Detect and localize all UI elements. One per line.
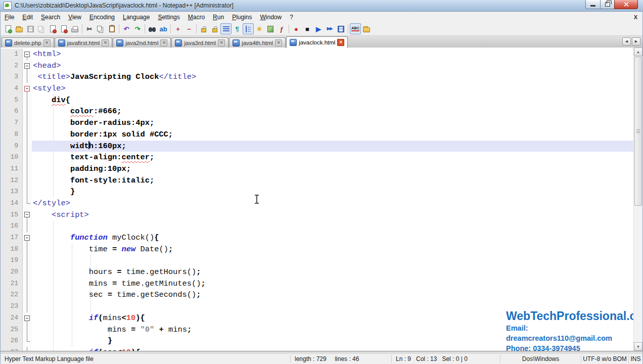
tab-close-icon[interactable]: ✕ bbox=[337, 39, 344, 46]
code-line[interactable]: 14</style> bbox=[1, 198, 642, 209]
code-line[interactable]: 15 <script> bbox=[1, 209, 642, 221]
menu-item-macro[interactable]: Macro bbox=[184, 13, 209, 22]
tab-javaclock-html[interactable]: javaclock.html✕ bbox=[286, 36, 348, 48]
menu-item-window[interactable]: Window bbox=[256, 13, 286, 22]
record-macro-icon[interactable]: ● bbox=[291, 23, 302, 34]
status-encoding[interactable]: UTF-8 w/o BOM bbox=[581, 355, 628, 363]
document-map-icon[interactable] bbox=[265, 23, 276, 34]
code-line[interactable]: 22 sec = time.getSeconds(); bbox=[1, 289, 642, 301]
code-line[interactable]: 16 bbox=[1, 220, 642, 232]
redo-icon[interactable]: ↷ bbox=[132, 23, 143, 34]
code-line[interactable]: 18 time = new Date(); bbox=[1, 244, 642, 255]
code-line[interactable]: 10 text-align:center; bbox=[1, 152, 642, 163]
zoom-out-icon[interactable]: − bbox=[183, 23, 195, 34]
code-line[interactable]: 4<style> bbox=[1, 83, 642, 95]
scroll-up-icon[interactable]: ▲ bbox=[634, 48, 642, 56]
document-switcher-icon[interactable] bbox=[361, 23, 372, 34]
tab-scroll-left-icon[interactable]: ◀ bbox=[622, 37, 631, 46]
spell-check-icon[interactable]: ABC bbox=[350, 23, 361, 34]
code-editor[interactable]: 1<html>2<head>3 <title>JavaScripting Clo… bbox=[1, 48, 642, 351]
code-line[interactable]: 19 bbox=[1, 255, 642, 266]
tab-java2nd-html[interactable]: java2nd.html✕ bbox=[113, 37, 171, 48]
tab-java3rd-html[interactable]: java3rd.html✕ bbox=[171, 37, 228, 48]
scrollbar-thumb[interactable] bbox=[634, 57, 642, 206]
code-line[interactable]: 12 font-style:italic; bbox=[1, 175, 642, 187]
code-line[interactable]: 1<html> bbox=[1, 49, 642, 60]
sync-horizontal-scrolling-icon[interactable] bbox=[209, 23, 220, 34]
menu-item-view[interactable]: View bbox=[64, 13, 85, 22]
stop-macro-icon[interactable]: ■ bbox=[302, 23, 313, 34]
menu-item-language[interactable]: Language bbox=[119, 13, 154, 22]
word-wrap-icon[interactable] bbox=[220, 23, 232, 34]
menu-item-run[interactable]: Run bbox=[209, 13, 228, 22]
paste-icon[interactable] bbox=[106, 23, 117, 34]
menu-item-search[interactable]: Search bbox=[37, 13, 64, 22]
run-macro-multiple-icon[interactable]: ▶▶ bbox=[324, 23, 335, 34]
fold-marker[interactable] bbox=[24, 315, 30, 321]
function-list-icon[interactable]: ƒ bbox=[276, 23, 287, 34]
save-macro-icon[interactable] bbox=[335, 23, 346, 34]
close-button[interactable] bbox=[614, 0, 638, 9]
zoom-in-icon[interactable]: + bbox=[172, 23, 183, 34]
tab-close-icon[interactable]: ✕ bbox=[43, 39, 51, 47]
fold-marker[interactable] bbox=[24, 212, 30, 217]
cut-icon[interactable]: ✂ bbox=[84, 23, 95, 34]
tab-java4th-html[interactable]: java4th.html✕ bbox=[229, 37, 286, 48]
menu-item-settings[interactable]: Settings bbox=[154, 13, 183, 22]
minimize-button[interactable] bbox=[585, 0, 601, 9]
restore-button[interactable] bbox=[600, 0, 615, 9]
tab-close-icon[interactable]: ✕ bbox=[275, 39, 282, 47]
tab-close-icon[interactable]: ✕ bbox=[160, 39, 167, 47]
copy-icon[interactable] bbox=[95, 23, 106, 34]
show-all-characters-icon[interactable]: ¶ bbox=[232, 23, 243, 34]
vertical-scrollbar[interactable]: ▲ ▼ bbox=[633, 48, 642, 351]
menu-item-help[interactable]: ? bbox=[286, 13, 297, 22]
scroll-down-icon[interactable]: ▼ bbox=[634, 342, 642, 351]
save-icon[interactable] bbox=[25, 23, 36, 34]
fold-marker[interactable] bbox=[24, 52, 30, 57]
fold-marker[interactable] bbox=[24, 63, 30, 69]
status-eol-format[interactable]: Dos\Windows bbox=[500, 355, 581, 363]
code-token: ; bbox=[201, 279, 206, 288]
replace-icon[interactable]: ab bbox=[158, 23, 169, 34]
menu-item-file[interactable]: File bbox=[1, 13, 18, 22]
fold-marker[interactable] bbox=[24, 86, 30, 92]
open-file-icon[interactable] bbox=[14, 23, 25, 34]
code-line[interactable]: 9 width:160px; bbox=[1, 141, 642, 152]
tab-scroll-right-icon[interactable]: ▶ bbox=[632, 37, 640, 46]
code-line[interactable]: 7 border-radius:4px; bbox=[1, 117, 642, 129]
code-line[interactable]: 21 mins = time.getMinutes(); bbox=[1, 278, 642, 290]
find-icon[interactable] bbox=[147, 23, 158, 34]
play-macro-icon[interactable]: ▶ bbox=[313, 23, 324, 34]
code-line[interactable]: 2<head> bbox=[1, 60, 642, 72]
code-line[interactable]: 13 } bbox=[1, 186, 642, 198]
code-line[interactable]: 20 hours = time.getHours(); bbox=[1, 266, 642, 278]
code-line[interactable]: 3 <title>JavaScripting Clock</title> bbox=[1, 71, 642, 83]
user-defined-dialog-icon[interactable]: ☀ bbox=[254, 23, 265, 34]
sync-vertical-scrolling-icon[interactable] bbox=[198, 23, 209, 34]
undo-icon[interactable]: ↶ bbox=[121, 23, 132, 34]
tab-delete-php[interactable]: delete.php✕ bbox=[2, 37, 54, 48]
menu-item-encoding[interactable]: Encoding bbox=[85, 13, 119, 22]
status-insert-mode[interactable]: INS bbox=[628, 355, 642, 363]
code-line[interactable]: 6 color:#666; bbox=[1, 106, 642, 117]
code-line[interactable]: 8 border:1px solid #CCC; bbox=[1, 129, 642, 141]
tab-close-icon[interactable]: ✕ bbox=[102, 39, 109, 47]
print-icon[interactable] bbox=[69, 23, 80, 34]
editor-area[interactable]: 1<html>2<head>3 <title>JavaScripting Clo… bbox=[1, 48, 642, 351]
new-file-icon[interactable] bbox=[3, 23, 14, 34]
code-token bbox=[33, 164, 70, 173]
code-line[interactable]: 11 padding:10px; bbox=[1, 163, 642, 175]
tab-javafirst-html[interactable]: javafirst.html✕ bbox=[55, 37, 113, 48]
close-file-icon[interactable] bbox=[47, 23, 58, 34]
indent-guide-icon[interactable] bbox=[243, 23, 254, 34]
tab-close-icon[interactable]: ✕ bbox=[218, 39, 225, 47]
menu-item-edit[interactable]: Edit bbox=[18, 13, 37, 22]
fold-marker[interactable] bbox=[24, 235, 30, 241]
close-all-icon[interactable] bbox=[58, 23, 69, 34]
save-all-icon[interactable] bbox=[36, 23, 47, 34]
code-line[interactable]: 17 function myClock(){ bbox=[1, 232, 642, 244]
code-line[interactable]: 5 div{ bbox=[1, 95, 642, 106]
menu-item-plugins[interactable]: Plugins bbox=[228, 13, 256, 22]
close-document-icon[interactable]: X bbox=[634, 14, 637, 20]
